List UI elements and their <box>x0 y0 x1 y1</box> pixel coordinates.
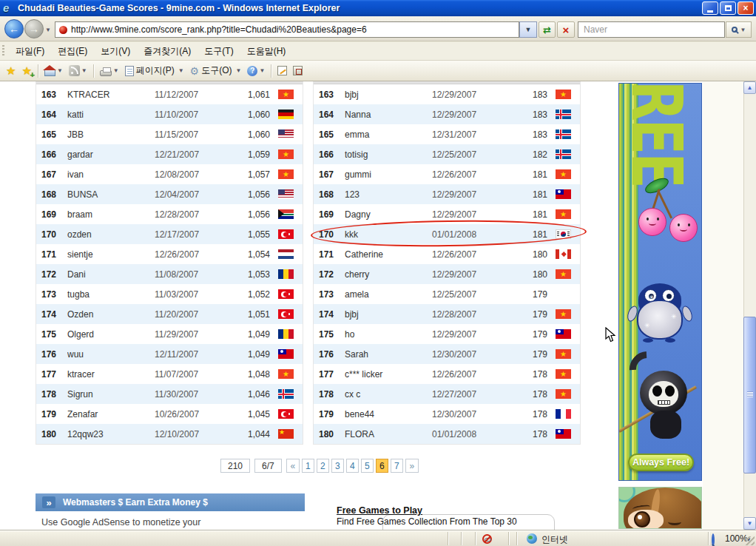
page-4-button[interactable]: 4 <box>346 459 359 473</box>
flag-vietnam-icon: ★ <box>556 169 571 179</box>
flag-usa-icon <box>278 189 294 199</box>
table-row: 178cx c12/27/2007178★ <box>314 384 580 404</box>
feeds-button[interactable]: ▼ <box>69 65 87 76</box>
privacy-blocked-icon <box>482 534 492 544</box>
player-name-cell: BUNSA <box>67 189 155 200</box>
table-row: 178Sigrun11/30/20071,046 <box>36 384 303 404</box>
date-cell: 12/26/2007 <box>432 169 503 180</box>
player-name-cell: Dagny <box>345 209 432 220</box>
free-games-link[interactable]: Free Games to Play <box>337 505 422 516</box>
player-name-cell: emma <box>345 129 432 140</box>
flag-south-africa-icon <box>278 209 294 219</box>
page-1-button[interactable]: 1 <box>302 459 314 473</box>
table-row: 168BUNSA12/04/20071,056 <box>36 184 303 204</box>
always-free-button[interactable]: Always Free! <box>628 454 694 471</box>
flag-turkey-icon <box>278 289 294 299</box>
score-cell: 179 <box>503 309 547 320</box>
table-row: 175Olgerd11/29/20071,049 <box>36 324 303 344</box>
date-cell: 12/29/2007 <box>432 209 503 220</box>
refresh-button[interactable]: ⇄ <box>539 21 556 38</box>
scroll-up-button[interactable]: ▲ <box>743 81 756 94</box>
date-cell: 12/26/2007 <box>432 369 503 380</box>
forward-button[interactable]: → <box>24 19 44 38</box>
address-dropdown-button[interactable]: ▼ <box>519 21 537 38</box>
edit-icon[interactable] <box>277 66 287 75</box>
history-dropdown-icon[interactable]: ▼ <box>45 27 51 33</box>
menu-edit[interactable]: 편집(E) <box>51 42 94 60</box>
table-row: 170ozden12/17/20071,055 <box>36 224 303 244</box>
menu-view[interactable]: 보기(V) <box>94 42 137 60</box>
research-icon[interactable] <box>293 66 303 75</box>
date-cell: 12/11/2007 <box>155 349 226 360</box>
table-row: 166totisig12/25/2007182 <box>314 144 580 164</box>
home-button[interactable]: ▼ <box>44 65 63 76</box>
help-button[interactable]: ?▼ <box>247 66 265 76</box>
flag-vietnam-icon: ★ <box>556 349 571 359</box>
score-cell: 1,056 <box>226 189 270 200</box>
rank-cell: 177 <box>319 369 338 380</box>
favorites-star-icon[interactable]: ★ <box>6 64 16 78</box>
page-6-button[interactable]: 6 <box>376 459 388 473</box>
address-bar-row: ← → ▼ http://www.9mine.com/score_rank.ph… <box>0 16 756 41</box>
flag-france-icon <box>556 409 571 419</box>
date-cell: 12/10/2007 <box>155 429 226 439</box>
prev-page-button[interactable]: « <box>286 459 300 473</box>
restore-button[interactable] <box>720 1 736 15</box>
reaper-teeth <box>658 400 670 405</box>
flag-taiwan-icon <box>556 329 571 339</box>
zoom-level[interactable]: 100% <box>725 533 748 544</box>
vertical-scrollbar[interactable]: ▲ ▼ <box>743 81 756 530</box>
player-name-cell: ozden <box>67 229 155 240</box>
table-row: 164Nanna12/29/2007183 <box>314 104 580 124</box>
date-cell: 11/10/2007 <box>155 109 226 120</box>
next-page-button[interactable]: » <box>405 459 419 473</box>
menu-file[interactable]: 파일(F) <box>9 42 51 60</box>
tools-menu-button[interactable]: ⚙ 도구(O) ▼ <box>190 64 242 77</box>
reaper-eye <box>665 385 675 397</box>
add-favorite-icon[interactable]: ★ <box>21 64 31 78</box>
player-name-cell: c*** licker <box>345 369 432 380</box>
table-row: 177ktracer11/07/20071,048★ <box>36 364 303 384</box>
date-cell: 12/29/2007 <box>432 90 503 100</box>
score-cell: 178 <box>503 429 547 439</box>
minimize-button[interactable] <box>702 1 718 15</box>
flag-romania-icon <box>278 329 294 339</box>
score-cell: 180 <box>503 249 547 260</box>
back-button[interactable]: ← <box>4 19 24 38</box>
stop-button[interactable]: × <box>557 21 575 38</box>
print-button[interactable]: ▼ <box>100 65 119 76</box>
menu-favorites[interactable]: 즐겨찾기(A) <box>137 42 198 60</box>
table-row: 172Dani11/08/20071,053 <box>36 264 303 284</box>
score-cell: 1,044 <box>226 429 270 439</box>
score-cell: 181 <box>503 209 547 220</box>
page-5-button[interactable]: 5 <box>361 459 374 473</box>
table-row: 167gummi12/26/2007181★ <box>314 164 580 184</box>
search-options-icon: ▼ <box>740 27 746 33</box>
score-cell: 178 <box>503 389 547 400</box>
menu-tools[interactable]: 도구(T) <box>198 42 240 60</box>
page-2-button[interactable]: 2 <box>317 459 329 473</box>
address-input[interactable]: http://www.9mine.com/score_rank.php?titl… <box>55 21 519 38</box>
menu-help[interactable]: 도움말(H) <box>240 42 293 60</box>
status-bar: 인터넷 100% ▼ <box>0 530 756 546</box>
score-cell: 1,061 <box>226 90 270 100</box>
page-menu-button[interactable]: 페이지(P) ▼ <box>125 64 184 77</box>
scrollbar-thumb[interactable] <box>743 317 756 473</box>
search-button[interactable]: ▼ <box>726 21 752 38</box>
webmasters-banner[interactable]: » Webmasters $ Earn Extra Money $ <box>36 493 305 511</box>
close-button[interactable]: × <box>738 1 754 15</box>
adsense-text: Use Google AdSense to monetize your <box>41 517 200 528</box>
anime-girl-ad-image[interactable] <box>618 487 702 529</box>
player-name-cell: FLORA <box>345 429 432 439</box>
player-name-cell: amela <box>345 289 432 300</box>
page-7-button[interactable]: 7 <box>391 459 403 473</box>
search-input[interactable]: Naver <box>578 21 725 38</box>
menu-bar: 파일(F) 편집(E) 보기(V) 즐겨찾기(A) 도구(T) 도움말(H) <box>0 42 756 61</box>
scroll-down-button[interactable]: ▼ <box>743 517 756 530</box>
score-cell: 1,045 <box>226 409 270 419</box>
page-3-button[interactable]: 3 <box>331 459 344 473</box>
flag-turkey-icon <box>278 409 294 419</box>
resize-grip[interactable] <box>746 536 755 545</box>
sidebar-ad-banner[interactable]: FREE ✳ ✳ ✳ <box>618 83 702 481</box>
table-row: 171Catherine12/26/2007180 <box>314 244 580 264</box>
